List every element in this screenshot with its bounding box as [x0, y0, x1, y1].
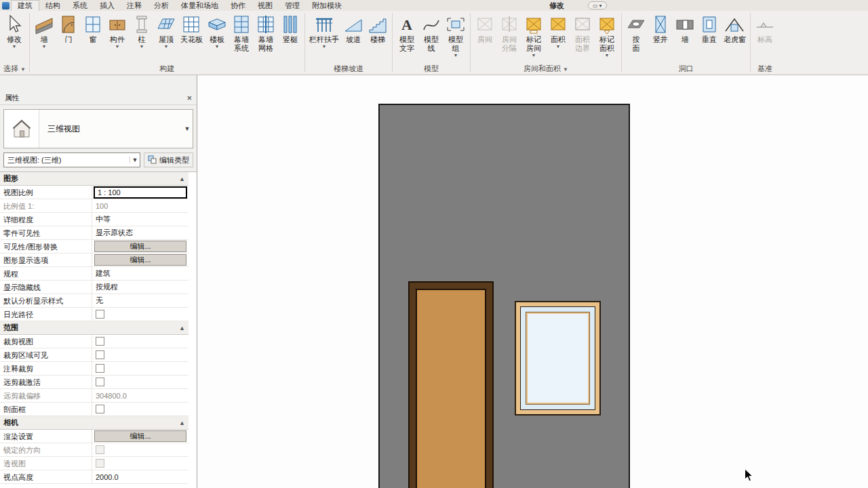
ribbon-button-ceiling[interactable]: 天花板: [178, 12, 205, 45]
ribbon-button-model-line[interactable]: 模型线: [419, 12, 443, 54]
visibility-graphics-overrides-button[interactable]: 编辑...: [94, 241, 186, 252]
ribbon-button-area[interactable]: 面积▼: [546, 12, 570, 49]
ribbon-button-railing[interactable]: 栏杆扶手▼: [307, 12, 341, 49]
show-hidden-lines-value[interactable]: 按规程: [94, 282, 118, 292]
ribbon-button-shaft[interactable]: 竖井: [648, 12, 673, 45]
ribbon-button-opening-by-face[interactable]: 按面: [624, 12, 648, 54]
tab-analyze[interactable]: 分析: [148, 0, 175, 11]
tab-architecture[interactable]: 建筑: [11, 0, 39, 11]
ribbon-button-dormer[interactable]: 老虎窗: [722, 12, 748, 45]
ribbon-panel-label-model[interactable]: 模型: [393, 63, 469, 75]
ribbon-button-label: 分隔: [502, 44, 517, 53]
ribbon-button-label: 墙: [40, 35, 47, 44]
ribbon-button-wall-opening[interactable]: 墙: [673, 12, 697, 45]
collapse-icon[interactable]: ▲: [179, 325, 185, 331]
discipline-value[interactable]: 建筑: [94, 268, 111, 279]
section-label: 图形: [3, 174, 18, 184]
tab-manage[interactable]: 管理: [279, 0, 306, 11]
property-label: 图形显示选项: [0, 253, 92, 266]
detail-level-value[interactable]: 中等: [94, 214, 111, 224]
curtain-system-icon: [231, 14, 252, 35]
ribbon-button-curtain-grid[interactable]: 幕墙网格: [254, 12, 278, 54]
ribbon-button-component[interactable]: 构件▼: [105, 12, 130, 49]
ribbon-button-modify[interactable]: 修改▼: [2, 12, 26, 49]
chevron-down-icon[interactable]: ▼: [182, 110, 193, 148]
shaft-icon: [650, 14, 671, 35]
tab-modify[interactable]: 修改: [543, 0, 570, 11]
type-selector[interactable]: 三维视图 ▼: [3, 109, 193, 148]
ribbon-button-label: 构件: [110, 35, 125, 44]
ribbon-button-floor[interactable]: 楼板▼: [205, 12, 229, 49]
graphic-display-options-button[interactable]: 编辑...: [94, 254, 186, 266]
section-box-checkbox[interactable]: [96, 405, 104, 413]
ribbon-button-mullion[interactable]: 竖梃: [278, 12, 302, 45]
section-header-extents[interactable]: 范围▲: [0, 321, 189, 335]
ribbon-button-column[interactable]: 柱▼: [130, 12, 154, 49]
eye-elevation-value[interactable]: 2000.0: [94, 473, 119, 481]
wall-opening-icon: [675, 14, 695, 35]
far-clip-active-checkbox[interactable]: [96, 378, 104, 386]
stair-icon: [368, 14, 388, 35]
ribbon-panel-label-build[interactable]: 构建: [31, 63, 304, 75]
collapse-icon[interactable]: ▲: [179, 176, 185, 182]
sun-path-checkbox[interactable]: [96, 310, 104, 319]
property-row-scale-value: 比例值 1:100: [0, 199, 189, 213]
edit-type-button[interactable]: 编辑类型: [144, 152, 193, 167]
window-element[interactable]: [515, 301, 601, 415]
area-icon: [548, 14, 568, 35]
door-panel: [416, 289, 486, 488]
section-header-graphics[interactable]: 图形▲: [0, 172, 189, 186]
ribbon-button-vertical-opening[interactable]: 垂直: [697, 12, 722, 45]
ribbon-button-wall[interactable]: 墙▼: [32, 12, 56, 49]
tab-view[interactable]: 视图: [252, 0, 279, 11]
crop-view-checkbox[interactable]: [96, 337, 104, 346]
door-element[interactable]: [408, 281, 494, 488]
ribbon-panel-label-opening[interactable]: 洞口: [623, 63, 749, 75]
default-analysis-display-style-value[interactable]: 无: [94, 296, 103, 306]
window-sash: [526, 312, 589, 404]
rendering-settings-button[interactable]: 编辑...: [94, 430, 186, 442]
ribbon-display-toggle[interactable]: ▭▾: [588, 1, 607, 9]
ribbon-button-label: 模型: [448, 35, 463, 44]
ribbon-button-tag-area[interactable]: 标记面积▼: [595, 12, 619, 58]
ribbon-button-label: 房间: [526, 44, 541, 53]
ribbon-panel-label-select[interactable]: 选择 ▼: [1, 63, 28, 75]
property-label: 裁剪区域可见: [0, 348, 92, 361]
ribbon-panel-label-room-area[interactable]: 房间和面积 ▼: [471, 63, 620, 75]
property-label: 远剪裁激活: [0, 375, 92, 388]
tab-insert[interactable]: 插入: [94, 0, 121, 11]
ribbon-panel-label-circulation[interactable]: 楼梯坡道: [306, 63, 391, 75]
ribbon-button-tag-room[interactable]: 标记房间▼: [521, 12, 546, 58]
drawing-canvas[interactable]: [197, 75, 868, 488]
section-header-camera[interactable]: 相机▲: [0, 416, 189, 430]
wall-icon: [34, 14, 54, 35]
ribbon-button-window[interactable]: 窗: [81, 12, 105, 45]
view-instance-combo[interactable]: 三维视图: (三维) ▼: [3, 152, 140, 167]
ribbon-panel-label-datum[interactable]: 基准: [751, 63, 778, 75]
view-scale-input[interactable]: 1 : 100: [94, 186, 187, 199]
area-boundary-icon: [572, 14, 593, 35]
ribbon-button-model-group[interactable]: 模型组▼: [443, 12, 468, 58]
crop-region-visible-checkbox[interactable]: [96, 350, 104, 359]
ribbon-button-ramp[interactable]: 坡道: [341, 12, 366, 45]
ribbon-button-label: 房间: [502, 35, 517, 44]
tab-collaborate[interactable]: 协作: [224, 0, 252, 11]
ribbon-button-roof[interactable]: 屋顶▼: [154, 12, 178, 49]
tab-systems[interactable]: 系统: [66, 0, 94, 11]
tab-annotate[interactable]: 注释: [121, 0, 148, 11]
ribbon-button-stair[interactable]: 楼梯: [366, 12, 390, 45]
tag-room-icon: [524, 14, 544, 35]
app-menu-icon[interactable]: [0, 0, 11, 11]
annotation-crop-checkbox[interactable]: [96, 364, 104, 373]
chevron-down-icon: ▼: [115, 44, 120, 49]
tab-massing-site[interactable]: 体量和场地: [175, 0, 224, 11]
parts-visibility-value[interactable]: 显示原状态: [94, 228, 133, 238]
ribbon-button-model-text[interactable]: A模型文字: [395, 12, 419, 54]
ribbon-button-door[interactable]: 门: [56, 12, 81, 45]
ribbon-button-curtain-system[interactable]: 幕墙系统: [229, 12, 254, 54]
collapse-icon[interactable]: ▲: [179, 420, 185, 426]
tab-addins[interactable]: 附加模块: [306, 0, 348, 11]
property-row-locked-orientation: 锁定的方向: [0, 443, 189, 457]
tab-structure[interactable]: 结构: [39, 0, 66, 11]
close-icon[interactable]: ×: [186, 94, 192, 102]
